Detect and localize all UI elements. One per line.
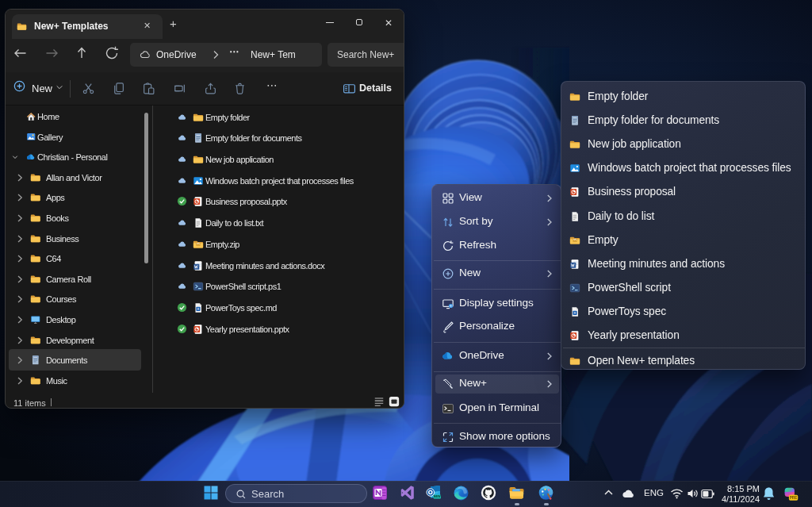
svg-text:PRE: PRE: [790, 496, 798, 500]
svg-text:NEW: NEW: [434, 495, 441, 498]
